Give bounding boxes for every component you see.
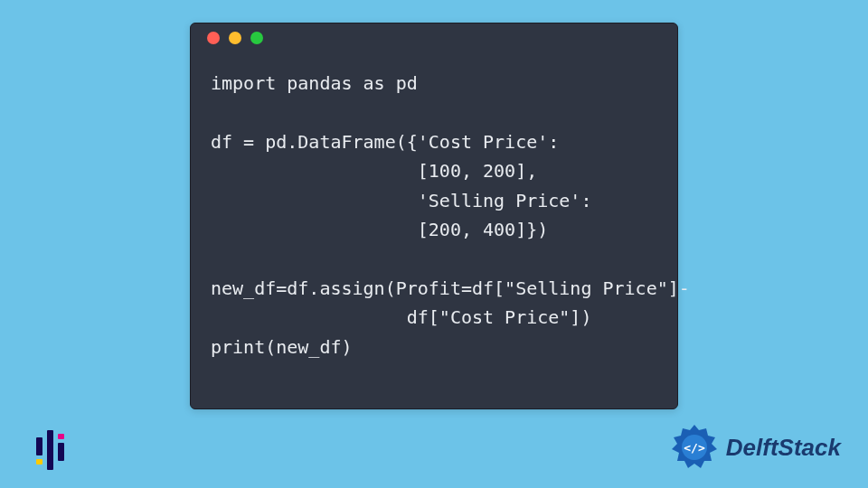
code-line: print(new_df)	[211, 336, 353, 358]
code-line: df["Cost Price"])	[211, 306, 591, 328]
brand-name: DelftStack	[726, 434, 841, 462]
gear-icon: </>	[670, 423, 719, 472]
code-line: df = pd.DataFrame({'Cost Price':	[211, 131, 559, 153]
minimize-icon[interactable]	[229, 32, 241, 44]
close-icon[interactable]	[207, 32, 220, 44]
code-line: import pandas as pd	[211, 72, 418, 94]
code-line: new_df=df.assign(Profit=df["Selling Pric…	[211, 277, 690, 299]
code-line: [100, 200],	[211, 160, 537, 182]
maximize-icon[interactable]	[250, 32, 263, 44]
window-titlebar	[191, 23, 677, 52]
pandas-logo-icon	[36, 430, 69, 470]
code-line: [200, 400]})	[211, 219, 548, 240]
svg-text:</>: </>	[684, 441, 705, 455]
code-window: import pandas as pd df = pd.DataFrame({'…	[190, 23, 678, 409]
delftstack-logo: </> DelftStack	[670, 423, 841, 472]
code-line: 'Selling Price':	[211, 190, 591, 211]
code-block: import pandas as pd df = pd.DataFrame({'…	[191, 52, 677, 361]
